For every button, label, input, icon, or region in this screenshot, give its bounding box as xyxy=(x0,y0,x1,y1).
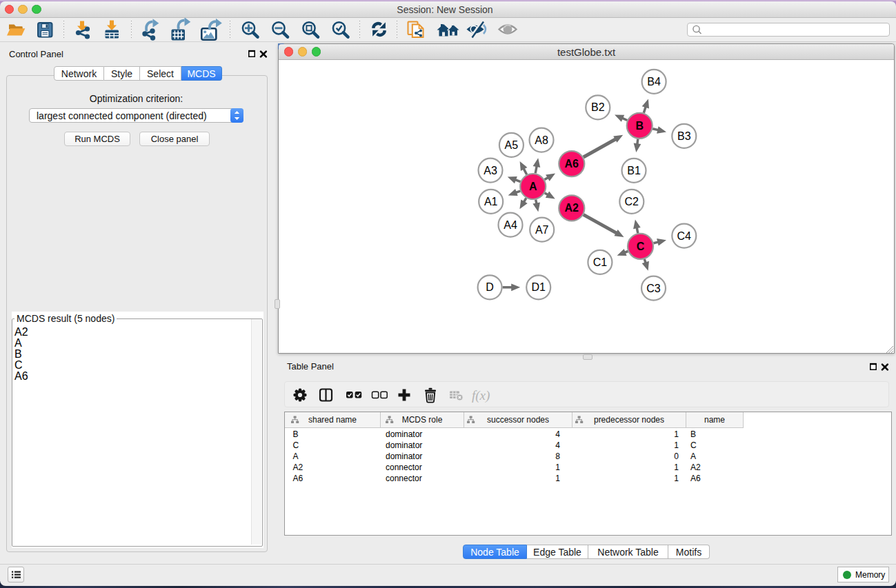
svg-text:A3: A3 xyxy=(484,165,497,176)
svg-text:C4: C4 xyxy=(677,230,692,242)
svg-text:C2: C2 xyxy=(625,196,639,207)
svg-text:B: B xyxy=(635,120,644,132)
svg-text:A5: A5 xyxy=(505,139,519,151)
svg-text:D: D xyxy=(486,281,494,293)
svg-text:A: A xyxy=(529,181,537,192)
svg-text:B3: B3 xyxy=(677,130,691,142)
svg-text:A6: A6 xyxy=(565,158,579,170)
svg-text:C1: C1 xyxy=(593,256,608,268)
svg-text:B2: B2 xyxy=(591,101,605,113)
svg-text:A7: A7 xyxy=(535,224,549,236)
svg-text:A2: A2 xyxy=(565,202,579,214)
svg-text:B4: B4 xyxy=(647,76,661,88)
svg-text:A8: A8 xyxy=(535,134,548,146)
svg-text:f(x): f(x) xyxy=(472,388,490,403)
svg-text:C: C xyxy=(637,241,645,252)
svg-text:A4: A4 xyxy=(504,219,517,231)
svg-text:C3: C3 xyxy=(646,283,661,294)
svg-text:A1: A1 xyxy=(484,196,498,207)
svg-text:D1: D1 xyxy=(531,281,546,293)
svg-text:B1: B1 xyxy=(627,165,641,176)
